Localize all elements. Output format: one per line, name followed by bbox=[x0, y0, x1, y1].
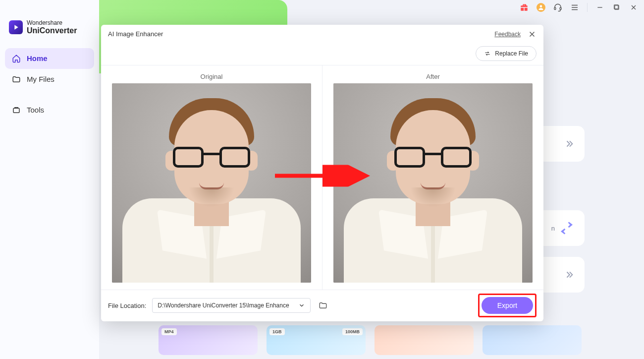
logo-mark-icon bbox=[9, 20, 23, 34]
app-logo: Wondershare UniConverter bbox=[0, 15, 99, 45]
thumbnail[interactable] bbox=[483, 325, 582, 355]
dialog-title: AI Image Enhancer bbox=[108, 30, 494, 38]
thumb-badge: 100MB bbox=[342, 328, 363, 335]
file-location-select[interactable]: D:\Wondershare UniConverter 15\Image Enh… bbox=[152, 298, 311, 313]
svg-rect-5 bbox=[13, 108, 19, 113]
thumbnail[interactable]: MP4 bbox=[159, 325, 258, 355]
swap-horizontal-icon bbox=[484, 50, 491, 57]
original-image bbox=[112, 83, 311, 283]
window-minimize-icon[interactable] bbox=[595, 3, 604, 12]
sidebar-item-label: Tools bbox=[27, 106, 44, 114]
sidebar: Wondershare UniConverter Home My Files T… bbox=[0, 0, 99, 359]
sidebar-item-label: Home bbox=[27, 54, 48, 62]
original-label: Original bbox=[201, 70, 223, 83]
avatar-icon[interactable] bbox=[537, 3, 545, 12]
close-icon[interactable] bbox=[528, 30, 537, 39]
svg-point-0 bbox=[540, 5, 542, 7]
feedback-link[interactable]: Feedback bbox=[494, 31, 521, 38]
thumbnail-strip: MP4 1GB100MB bbox=[159, 325, 582, 355]
open-folder-button[interactable] bbox=[317, 299, 329, 312]
after-label: After bbox=[426, 70, 439, 83]
brand-bottom: UniConverter bbox=[27, 26, 77, 35]
annotation-highlight: Export bbox=[478, 294, 537, 317]
export-label: Export bbox=[497, 301, 517, 309]
sidebar-item-my-files[interactable]: My Files bbox=[5, 69, 94, 90]
replace-file-button[interactable]: Replace File bbox=[476, 46, 537, 61]
thumb-badge: MP4 bbox=[161, 328, 177, 335]
brand-top: Wondershare bbox=[27, 20, 77, 26]
chevron-down-icon bbox=[298, 302, 305, 309]
after-image bbox=[333, 83, 533, 283]
file-location-label: File Location: bbox=[108, 302, 146, 309]
export-button[interactable]: Export bbox=[482, 297, 533, 314]
sidebar-item-home[interactable]: Home bbox=[5, 48, 94, 69]
swap-icon bbox=[559, 220, 575, 236]
sidebar-item-tools[interactable]: Tools bbox=[5, 100, 94, 120]
ai-image-enhancer-dialog: AI Image Enhancer Feedback Replace File … bbox=[101, 25, 543, 321]
replace-file-label: Replace File bbox=[495, 50, 528, 57]
window-maximize-icon[interactable] bbox=[612, 3, 621, 12]
gift-icon[interactable] bbox=[520, 3, 529, 12]
window-close-icon[interactable] bbox=[629, 3, 638, 12]
file-location-value: D:\Wondershare UniConverter 15\Image Enh… bbox=[158, 302, 289, 309]
thumbnail[interactable] bbox=[375, 325, 474, 355]
thumbnail[interactable]: 1GB100MB bbox=[267, 325, 366, 355]
sidebar-item-label: My Files bbox=[27, 75, 54, 83]
hamburger-icon[interactable] bbox=[570, 3, 579, 12]
thumb-badge: 1GB bbox=[269, 328, 285, 335]
support-icon[interactable] bbox=[553, 3, 562, 12]
